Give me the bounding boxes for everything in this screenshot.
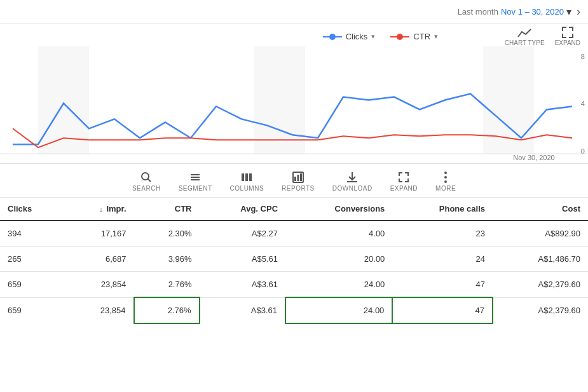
col-conversions-label: Conversions	[335, 204, 385, 213]
svg-rect-19	[249, 173, 252, 181]
reports-label: REPORTS	[282, 185, 315, 192]
svg-rect-23	[300, 173, 302, 181]
svg-point-12	[142, 173, 149, 180]
col-cost-label: Cost	[562, 204, 580, 213]
cell-conversions: 24.00	[285, 297, 392, 323]
cell-phone_calls: 47	[392, 272, 493, 298]
svg-rect-5	[254, 46, 305, 154]
legend-clicks-label: Clicks	[346, 32, 368, 41]
cell-ctr: 2.30%	[134, 220, 200, 247]
col-clicks[interactable]: Clicks	[0, 198, 65, 220]
more-toolbar-item[interactable]: MORE	[435, 172, 456, 192]
download-toolbar-item[interactable]: DOWNLOAD	[332, 172, 373, 192]
cell-conversions: 24.00	[285, 272, 392, 298]
columns-toolbar-item[interactable]: COLUMNS	[230, 172, 264, 192]
legend-center: Clicks ▾ CTR ▾	[256, 32, 505, 41]
col-phone-calls[interactable]: Phone calls	[392, 198, 493, 220]
cell-clicks: 659	[0, 272, 65, 298]
segment-label: SEGMENT	[179, 185, 212, 192]
columns-label: COLUMNS	[230, 185, 264, 192]
columns-icon	[241, 172, 252, 183]
sort-down-icon: ↓	[99, 205, 103, 213]
legend-clicks-chevron[interactable]: ▾	[371, 32, 375, 41]
col-cost[interactable]: Cost	[493, 198, 588, 220]
cell-cost: A$1,486.70	[493, 247, 588, 272]
toolbar: SEARCH SEGMENT COLUMNS REPORTS	[0, 164, 588, 198]
table-row: 39417,1672.30%A$2.274.0023A$892.90	[0, 220, 588, 247]
reports-toolbar-item[interactable]: REPORTS	[282, 172, 315, 192]
clicks-line-icon	[323, 33, 342, 41]
col-clicks-label: Clicks	[8, 204, 32, 213]
col-ctr[interactable]: CTR	[134, 198, 200, 220]
svg-text:Nov 30, 2020: Nov 30, 2020	[513, 154, 554, 161]
col-avg-cpc-label: Avg. CPC	[240, 204, 278, 213]
cell-impr: 17,167	[65, 220, 133, 247]
more-icon	[444, 172, 447, 183]
ctr-line-icon	[390, 33, 409, 41]
nav-arrow-icon[interactable]: ›	[577, 5, 580, 18]
date-value: Nov 1 – 30, 2020	[501, 7, 564, 17]
table-row: 2656,6873.96%A$5.6120.0024A$1,486.70	[0, 247, 588, 272]
svg-point-28	[444, 180, 447, 183]
col-avg-cpc[interactable]: Avg. CPC	[200, 198, 286, 220]
cell-phone_calls: 47	[392, 297, 493, 323]
cell-impr: 23,854	[65, 297, 133, 323]
chart-type-icon	[517, 28, 531, 38]
cell-ctr: 2.76%	[134, 272, 200, 298]
col-impr-label: Impr.	[106, 204, 126, 213]
cell-impr: 23,854	[65, 272, 133, 298]
cell-avg_cpc: A$5.61	[200, 247, 286, 272]
cell-ctr: 2.76%	[134, 297, 200, 323]
chart-svg: 8 4 0 Nov 30, 2020	[0, 46, 588, 163]
cell-cost: A$892.90	[493, 220, 588, 247]
cell-phone_calls: 23	[392, 220, 493, 247]
legend-clicks[interactable]: Clicks ▾	[323, 32, 376, 41]
data-table: Clicks ↓ Impr. CTR Avg. CPC Conversions …	[0, 198, 588, 324]
svg-rect-18	[245, 173, 248, 181]
chart-type-control[interactable]: CHART TYPE	[505, 28, 545, 46]
legend-ctr-chevron[interactable]: ▾	[434, 32, 438, 41]
table-row: 65923,8542.76%A$3.6124.0047A$2,379.60	[0, 297, 588, 323]
cell-clicks: 659	[0, 297, 65, 323]
chart-legend-row: Clicks ▾ CTR ▾ CHART TYPE EXP	[0, 24, 588, 46]
cell-conversions: 20.00	[285, 247, 392, 272]
search-toolbar-item[interactable]: SEARCH	[132, 172, 161, 192]
download-label: DOWNLOAD	[332, 185, 373, 192]
chart-right-controls: CHART TYPE EXPAND	[505, 27, 580, 46]
cell-phone_calls: 24	[392, 247, 493, 272]
expand-label: EXPAND	[555, 39, 580, 46]
segment-icon	[189, 172, 201, 183]
cell-cost: A$2,379.60	[493, 272, 588, 298]
cell-clicks: 394	[0, 220, 65, 247]
table-container: Clicks ↓ Impr. CTR Avg. CPC Conversions …	[0, 198, 588, 324]
svg-rect-17	[242, 173, 244, 181]
svg-line-13	[148, 179, 151, 182]
download-icon	[346, 172, 358, 183]
cell-ctr: 3.96%	[134, 247, 200, 272]
table-row: 65923,8542.76%A$3.6124.0047A$2,379.60	[0, 272, 588, 298]
expand-toolbar-item[interactable]: EXPAND	[390, 172, 418, 192]
table-header-row: Clicks ↓ Impr. CTR Avg. CPC Conversions …	[0, 198, 588, 220]
cell-conversions: 4.00	[285, 220, 392, 247]
svg-point-26	[444, 172, 447, 174]
chart-area: 8 4 0 Nov 30, 2020	[0, 46, 588, 164]
reports-icon	[292, 172, 304, 183]
col-conversions[interactable]: Conversions	[285, 198, 392, 220]
chevron-down-icon[interactable]: ▾	[566, 6, 571, 18]
col-ctr-label: CTR	[175, 204, 192, 213]
more-label: MORE	[435, 185, 456, 192]
date-label: Last month	[458, 7, 498, 17]
search-label: SEARCH	[132, 185, 161, 192]
legend-ctr[interactable]: CTR ▾	[390, 32, 438, 41]
svg-rect-22	[297, 175, 299, 181]
search-icon	[140, 172, 152, 183]
col-impr[interactable]: ↓ Impr.	[65, 198, 133, 220]
expand-toolbar-label: EXPAND	[390, 185, 418, 192]
expand-control[interactable]: EXPAND	[555, 27, 580, 46]
cell-avg_cpc: A$3.61	[200, 297, 286, 323]
segment-toolbar-item[interactable]: SEGMENT	[179, 172, 212, 192]
svg-point-27	[444, 176, 447, 179]
cell-avg_cpc: A$3.61	[200, 272, 286, 298]
date-range[interactable]: Last month Nov 1 – 30, 2020 ▾ ›	[458, 5, 580, 18]
svg-text:4: 4	[581, 100, 585, 108]
